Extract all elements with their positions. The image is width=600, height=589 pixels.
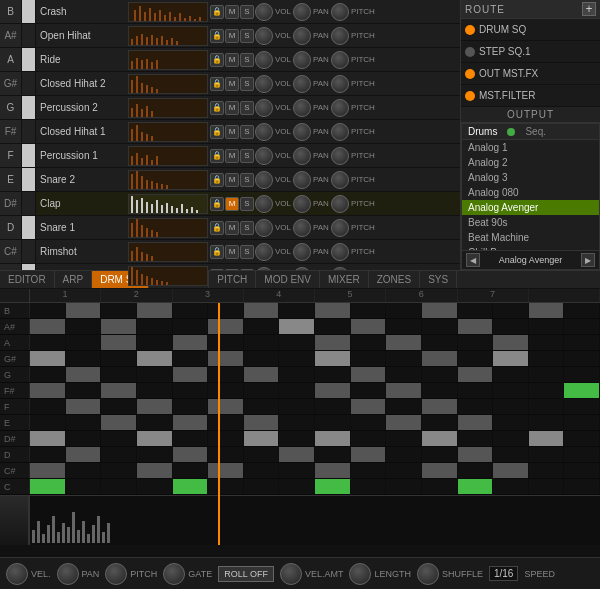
seq-cell[interactable] — [244, 383, 280, 398]
seq-cell[interactable] — [386, 431, 422, 446]
seq-cell[interactable] — [30, 351, 66, 366]
lock-btn-snare2[interactable]: 🔒 — [210, 173, 224, 187]
pan-knob-clap[interactable] — [293, 195, 311, 213]
seq-cell[interactable] — [279, 415, 315, 430]
seq-cell[interactable] — [30, 319, 66, 334]
seq-cell[interactable] — [208, 351, 244, 366]
seq-cell[interactable] — [101, 367, 137, 382]
seq-cell[interactable] — [422, 367, 458, 382]
vel-knob[interactable] — [6, 563, 28, 585]
mute-btn-closedhi1[interactable]: M — [225, 125, 239, 139]
seq-cell[interactable] — [101, 351, 137, 366]
velamt-knob[interactable] — [280, 563, 302, 585]
seq-cell[interactable] — [137, 351, 173, 366]
seq-cell[interactable] — [173, 463, 209, 478]
pan-knob-perc1[interactable] — [293, 147, 311, 165]
mute-btn-snare2[interactable]: M — [225, 173, 239, 187]
pan-knob-snare2[interactable] — [293, 171, 311, 189]
seq-cell[interactable] — [173, 319, 209, 334]
inst-perc1[interactable]: Percussion 1 — [36, 150, 126, 161]
seq-cell[interactable] — [244, 319, 280, 334]
seq-cell[interactable] — [386, 479, 422, 494]
mute-btn-perc2[interactable]: M — [225, 101, 239, 115]
seq-cell[interactable] — [244, 447, 280, 462]
seq-cell[interactable] — [493, 351, 529, 366]
pitch-knob-snare2[interactable] — [331, 171, 349, 189]
seq-cell[interactable] — [351, 303, 387, 318]
seq-cell[interactable] — [529, 447, 565, 462]
seq-cell[interactable] — [315, 479, 351, 494]
preset-analog2[interactable]: Analog 2 — [462, 155, 599, 170]
seq-cell[interactable] — [529, 431, 565, 446]
seq-cell[interactable] — [244, 303, 280, 318]
seq-cell[interactable] — [279, 431, 315, 446]
tab-pitch[interactable]: PITCH — [209, 271, 256, 288]
seq-cell[interactable] — [30, 367, 66, 382]
inst-ride[interactable]: Ride — [36, 54, 126, 65]
seq-cell[interactable] — [173, 479, 209, 494]
seq-cell[interactable] — [279, 367, 315, 382]
seq-cell[interactable] — [137, 479, 173, 494]
seq-cell[interactable] — [351, 319, 387, 334]
seq-cell[interactable] — [30, 303, 66, 318]
seq-cell[interactable] — [244, 479, 280, 494]
seq-cell[interactable] — [529, 399, 565, 414]
inst-crash[interactable]: Crash — [36, 6, 126, 17]
seq-cell[interactable] — [529, 415, 565, 430]
seq-cell[interactable] — [351, 431, 387, 446]
pitch-knob-snare1[interactable] — [331, 219, 349, 237]
seq-cell[interactable] — [137, 463, 173, 478]
seq-cell[interactable] — [315, 303, 351, 318]
seq-cell[interactable] — [208, 367, 244, 382]
mute-btn-perc1[interactable]: M — [225, 149, 239, 163]
seq-cell[interactable] — [315, 463, 351, 478]
seq-cell[interactable] — [173, 383, 209, 398]
seq-cell[interactable] — [351, 351, 387, 366]
lock-btn-snare1[interactable]: 🔒 — [210, 221, 224, 235]
seq-cell[interactable] — [315, 351, 351, 366]
preset-beatmachine[interactable]: Beat Machine — [462, 230, 599, 245]
seq-cell[interactable] — [279, 303, 315, 318]
seq-cell[interactable] — [493, 463, 529, 478]
pitch-knob[interactable] — [331, 3, 349, 21]
preset-analog1[interactable]: Analog 1 — [462, 140, 599, 155]
inst-closedhi1[interactable]: Closed Hihat 1 — [36, 126, 126, 137]
seq-cell[interactable] — [101, 335, 137, 350]
seq-cell[interactable] — [493, 319, 529, 334]
length-knob[interactable] — [349, 563, 371, 585]
seq-cell[interactable] — [564, 335, 600, 350]
seq-cell[interactable] — [137, 431, 173, 446]
solo-btn-snare2[interactable]: S — [240, 173, 254, 187]
seq-cell[interactable] — [386, 383, 422, 398]
seq-cell[interactable] — [493, 383, 529, 398]
seq-cell[interactable] — [101, 303, 137, 318]
solo-btn-perc2[interactable]: S — [240, 101, 254, 115]
seq-cell[interactable] — [386, 335, 422, 350]
tab-sys[interactable]: SYS — [420, 271, 457, 288]
tab-mixer[interactable]: MIXER — [320, 271, 369, 288]
seq-cell[interactable] — [101, 479, 137, 494]
pan-knob-closedhi1[interactable] — [293, 123, 311, 141]
inst-snare2[interactable]: Snare 2 — [36, 174, 126, 185]
pitch-knob-closedhi2[interactable] — [331, 75, 349, 93]
preset-prev-button[interactable]: ◀ — [466, 253, 480, 267]
pitch-bottom-knob[interactable] — [105, 563, 127, 585]
seq-cell[interactable] — [458, 319, 494, 334]
seq-cell[interactable] — [351, 399, 387, 414]
seq-cell[interactable] — [66, 351, 102, 366]
vol-knob-perc2[interactable] — [255, 99, 273, 117]
seq-cell[interactable] — [30, 383, 66, 398]
seq-cell[interactable] — [458, 415, 494, 430]
seq-cell[interactable] — [458, 351, 494, 366]
seq-cell[interactable] — [493, 335, 529, 350]
seq-cell[interactable] — [458, 447, 494, 462]
lock-btn-closedhi2[interactable]: 🔒 — [210, 77, 224, 91]
vol-knob-closedhi2[interactable] — [255, 75, 273, 93]
seq-cell[interactable] — [529, 383, 565, 398]
seq-cell[interactable] — [422, 463, 458, 478]
route-item-outmst[interactable]: OUT MST.FX — [461, 63, 600, 85]
seq-cell[interactable] — [101, 463, 137, 478]
mute-btn[interactable]: M — [225, 5, 239, 19]
solo-btn-openhi[interactable]: S — [240, 29, 254, 43]
seq-cell[interactable] — [244, 431, 280, 446]
